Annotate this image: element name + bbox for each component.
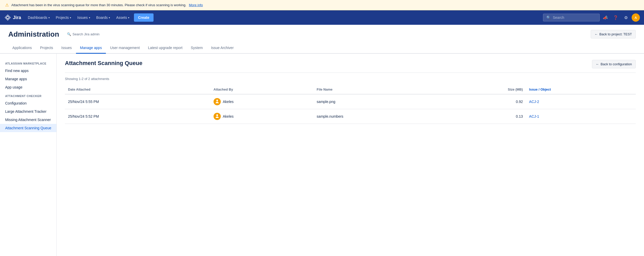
tab-projects[interactable]: Projects — [36, 43, 57, 54]
nav-projects[interactable]: Projects ▾ — [53, 13, 74, 22]
help-button[interactable]: ❓ — [611, 13, 620, 22]
warning-icon: ⚠ — [5, 3, 9, 7]
attachment-table: Date Attached Attached By File Name Size… — [65, 85, 636, 124]
sidebar-section-attachment-checker-title: ATTACHMENT CHECKER — [0, 91, 56, 99]
sidebar-item-manage-apps[interactable]: Manage apps — [0, 75, 56, 83]
back-to-project-button[interactable]: ← Back to project: TEST — [591, 30, 636, 38]
main-layout: ATLASSIAN MARKETPLACE Find new apps Mana… — [0, 54, 644, 256]
sidebar: ATLASSIAN MARKETPLACE Find new apps Mana… — [0, 54, 57, 256]
warning-banner: ⚠ Attachment has been in the virus scann… — [0, 0, 644, 10]
table-header-row: Date Attached Attached By File Name Size… — [65, 85, 636, 94]
admin-header: Administration 🔍 Search Jira admin ← Bac… — [0, 25, 644, 38]
sidebar-item-configuration[interactable]: Configuration — [0, 99, 56, 107]
issue-link-1[interactable]: ACJ-2 — [529, 100, 539, 104]
admin-tabs: Applications Projects Issues Manage apps… — [0, 43, 644, 54]
jira-logo[interactable]: Jira — [4, 14, 21, 21]
col-header-size: Size (MB) — [443, 85, 526, 94]
cell-size-2: 0.13 — [443, 109, 526, 124]
cell-attached-by-2: Akeles — [210, 109, 314, 124]
back-to-configuration-button[interactable]: ← Back to configuration — [592, 60, 636, 68]
tab-manage-apps[interactable]: Manage apps — [76, 43, 106, 54]
table-row: 25/Nov/24 5:52 PM Akeles s — [65, 109, 636, 124]
tab-system[interactable]: System — [187, 43, 207, 54]
search-icon: 🔍 — [546, 15, 551, 20]
cell-issue-2[interactable]: ACJ-1 — [526, 109, 636, 124]
user-avatar[interactable]: A — [632, 13, 640, 22]
cell-size-1: 0.92 — [443, 94, 526, 109]
chevron-down-icon: ▾ — [89, 16, 90, 19]
admin-title-area: Administration 🔍 Search Jira admin — [8, 30, 102, 38]
nav-issues[interactable]: Issues ▾ — [75, 13, 92, 22]
nav-boards[interactable]: Boards ▾ — [94, 13, 113, 22]
tab-applications[interactable]: Applications — [8, 43, 36, 54]
attached-by-name-1: Akeles — [223, 100, 234, 104]
cell-date-1: 25/Nov/24 5:55 PM — [65, 94, 210, 109]
sidebar-item-large-attachment-tracker[interactable]: Large Attachment Tracker — [0, 107, 56, 116]
cell-filename-2: sample.numbers — [313, 109, 443, 124]
sidebar-item-find-new-apps[interactable]: Find new apps — [0, 67, 56, 75]
sidebar-section-marketplace-title: ATLASSIAN MARKETPLACE — [0, 59, 56, 67]
search-bar[interactable]: 🔍 Search — [543, 14, 600, 21]
content-title: Attachment Scanning Queue — [65, 60, 142, 67]
arrow-left-icon: ← — [595, 32, 598, 36]
chevron-down-icon: ▾ — [48, 16, 50, 19]
admin-title: Administration — [8, 30, 59, 38]
tab-latest-upgrade-report[interactable]: Latest upgrade report — [144, 43, 187, 54]
col-header-attached-by: Attached By — [210, 85, 314, 94]
create-button[interactable]: Create — [134, 13, 154, 22]
cell-date-2: 25/Nov/24 5:52 PM — [65, 109, 210, 124]
arrow-left-icon: ← — [596, 62, 599, 66]
content-area: Attachment Scanning Queue ← Back to conf… — [57, 54, 644, 256]
settings-button[interactable]: ⚙ — [621, 13, 631, 22]
col-header-issue-object: Issue / Object — [526, 85, 636, 94]
chevron-down-icon: ▾ — [70, 16, 71, 19]
col-header-date-attached: Date Attached — [65, 85, 210, 94]
chevron-down-icon: ▾ — [128, 16, 129, 19]
notifications-button[interactable]: 📣 — [601, 13, 610, 22]
jira-logo-text: Jira — [13, 15, 21, 20]
search-jira-admin-button[interactable]: 🔍 Search Jira admin — [64, 31, 102, 38]
cell-filename-1: sample.png — [313, 94, 443, 109]
nav-assets[interactable]: Assets ▾ — [114, 13, 132, 22]
col-header-file-name: File Name — [313, 85, 443, 94]
avatar-1 — [214, 98, 221, 105]
cell-attached-by-1: Akeles — [210, 94, 314, 109]
tab-issues[interactable]: Issues — [57, 43, 76, 54]
tab-issue-archiver[interactable]: Issue Archiver — [207, 43, 238, 54]
top-nav: Jira Dashboards ▾ Projects ▾ Issues ▾ Bo… — [0, 10, 644, 25]
issue-link-2[interactable]: ACJ-1 — [529, 114, 539, 118]
warning-message: Attachment has been in the virus scannin… — [11, 3, 186, 7]
search-icon: 🔍 — [67, 32, 71, 36]
attached-by-name-2: Akeles — [223, 114, 234, 118]
content-header: Attachment Scanning Queue ← Back to conf… — [65, 60, 636, 68]
nav-dashboards[interactable]: Dashboards ▾ — [25, 13, 52, 22]
sidebar-item-app-usage[interactable]: App usage — [0, 83, 56, 91]
sidebar-item-attachment-scanning-queue[interactable]: Attachment Scanning Queue — [0, 124, 56, 132]
tab-user-management[interactable]: User management — [106, 43, 144, 54]
chevron-down-icon: ▾ — [109, 16, 110, 19]
warning-more-info-link[interactable]: More info — [189, 3, 203, 7]
sidebar-item-missing-attachment-scanner[interactable]: Missing Attachment Scanner — [0, 116, 56, 124]
cell-issue-1[interactable]: ACJ-2 — [526, 94, 636, 109]
table-row: 25/Nov/24 5:55 PM Akeles s — [65, 94, 636, 109]
content-divider — [65, 73, 636, 73]
avatar-2 — [214, 113, 221, 120]
showing-text: Showing 1-2 of 2 attachments — [65, 77, 636, 81]
